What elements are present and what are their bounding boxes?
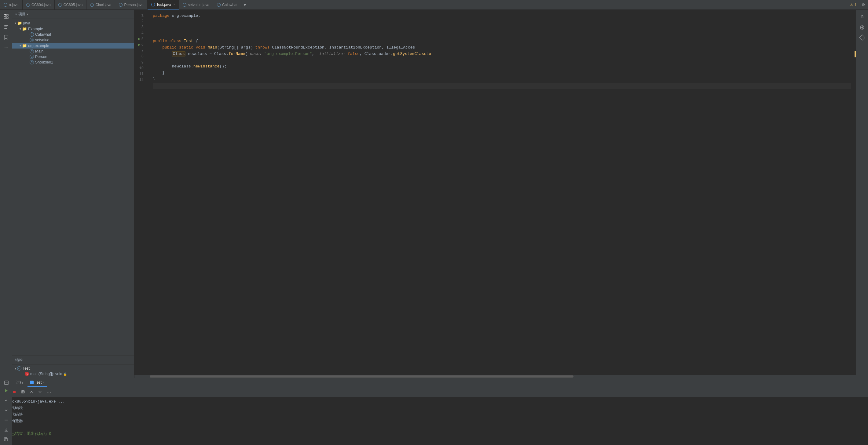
tab-o-java[interactable]: o.java xyxy=(0,0,23,9)
tab-cc604[interactable]: CC604.java xyxy=(23,0,55,9)
tab-calawhat[interactable]: Calawhat xyxy=(213,0,241,9)
console-path-text: E:\jdk8u65\bin\java.exe ... xyxy=(3,400,65,404)
run-btn-6[interactable]: ▶ xyxy=(138,42,141,48)
code-line-4 xyxy=(153,32,851,38)
bottom-tab-test-close[interactable]: × xyxy=(43,381,44,384)
console-line-4: 无参构造器 xyxy=(3,418,865,424)
line-num-7: 7 xyxy=(134,48,147,54)
tree-calawhat[interactable]: C Calawhat xyxy=(12,32,134,37)
tab-overflow-button[interactable]: ▾ xyxy=(241,2,248,7)
line-num-12: 12 xyxy=(134,77,147,83)
svg-rect-17 xyxy=(5,439,8,441)
tab-clacl[interactable]: Clacl.java xyxy=(87,0,115,9)
bottom-tab-test[interactable]: Test × xyxy=(28,378,47,387)
line-num-10: 10 xyxy=(134,66,147,71)
file-tree-panel: ▾ 项目 ▾ ▾ 📁 java ▾ 📁 Example xyxy=(12,10,134,378)
struct-test-class[interactable]: ▾ C Test xyxy=(12,366,134,371)
screenshot-button[interactable] xyxy=(20,388,26,395)
tab-label-cc605: CC605.java xyxy=(64,3,83,7)
struct-main-method[interactable]: m main(String[]): void 🔒 xyxy=(12,371,134,377)
org-example-folder-icon: 📁 xyxy=(22,43,27,48)
bottom-panel: 运行 Test × ⋯ xyxy=(0,378,868,445)
structure-tree: ▾ C Test m main(String[]): void 🔒 xyxy=(12,365,134,378)
line-num-5: ▶5 xyxy=(134,36,147,42)
more-options-button[interactable]: ⋯ xyxy=(45,388,52,395)
more-tools-button[interactable]: ··· xyxy=(2,43,10,52)
struct-access-badge: 🔒 xyxy=(63,372,67,376)
bottom-tab-run[interactable]: 运行 xyxy=(14,378,26,387)
console-output: E:\jdk8u65\bin\java.exe ... 静态代码块 构造代码块 … xyxy=(0,397,868,445)
tab-label-setvalue: setvalue.java xyxy=(188,3,209,7)
tab-menu-button[interactable]: ⋮ xyxy=(248,2,257,7)
console-line-2: 静态代码块 xyxy=(3,405,865,411)
tab-close-test[interactable]: × xyxy=(173,3,175,6)
example-label: Example xyxy=(28,27,43,31)
right-notifications-button[interactable]: n xyxy=(858,12,866,21)
scrollbar-thumb[interactable] xyxy=(150,375,574,378)
editor-settings-button[interactable]: ⚙ xyxy=(859,2,868,7)
tab-icon-test xyxy=(151,3,155,6)
tab-label-clacl: Clacl.java xyxy=(95,3,111,7)
struct-method-icon: m xyxy=(25,372,29,376)
project-panel-header: ▾ 项目 ▾ xyxy=(12,10,134,19)
code-line-9: newclass.newInstance(); xyxy=(153,64,851,70)
console-line-1: E:\jdk8u65\bin\java.exe ... xyxy=(3,399,865,405)
bookmark-button[interactable] xyxy=(2,33,10,41)
project-view-button[interactable] xyxy=(2,12,10,21)
tree-setvalue[interactable]: C setvalue xyxy=(12,37,134,43)
right-sidebar: n xyxy=(856,10,868,378)
tab-icon-clacl xyxy=(90,3,94,7)
code-editor[interactable]: package org.example; public class Test {… xyxy=(150,10,851,375)
tree-main[interactable]: C Main xyxy=(12,48,134,54)
project-chevron: ▾ xyxy=(15,12,17,16)
svg-rect-1 xyxy=(6,14,8,16)
struct-class-icon: C xyxy=(17,366,21,371)
editor-area: 1 2 3 4 ▶5 ▶6 7 8 9 10 11 12 xyxy=(134,10,856,378)
diamond-icon xyxy=(859,34,865,41)
tree-java[interactable]: ▾ 📁 java xyxy=(12,20,134,26)
tab-setvalue[interactable]: setvalue.java xyxy=(179,0,213,9)
tab-test[interactable]: Test.java × xyxy=(148,0,179,9)
line-num-9: 9 xyxy=(134,60,147,66)
line-num-6: ▶6 xyxy=(134,42,147,48)
bottom-left-sidebar xyxy=(0,385,12,445)
run-btn-5[interactable]: ▶ xyxy=(138,36,141,42)
tab-cc605[interactable]: CC605.java xyxy=(55,0,87,9)
tree-org-example[interactable]: ▾ 📁 org.example xyxy=(12,43,134,48)
right-git-button[interactable] xyxy=(858,23,866,32)
calawhat-label: Calawhat xyxy=(35,32,51,37)
scroll-down-button[interactable] xyxy=(37,388,43,395)
tree-shouxie01[interactable]: C Shouxie01 xyxy=(12,60,134,65)
tree-person[interactable]: C Person xyxy=(12,54,134,60)
tab-label-test: Test.java xyxy=(156,2,171,7)
project-header-arrow: ▾ xyxy=(27,12,28,16)
tab-icon-cc604 xyxy=(26,3,30,7)
horizontal-scrollbar[interactable] xyxy=(134,375,856,378)
tree-example[interactable]: ▾ 📁 Example xyxy=(12,26,134,32)
tab-bar: o.java CC604.java CC605.java Clacl.java … xyxy=(0,0,868,10)
line-num-8: 8 xyxy=(134,54,147,60)
svg-marker-12 xyxy=(5,389,8,392)
run-config-button[interactable] xyxy=(2,386,10,395)
svg-rect-0 xyxy=(4,14,6,16)
code-line-7: Class newclass = Class.forName( name: "o… xyxy=(153,51,851,57)
scroll-up-sidebar-button[interactable] xyxy=(2,396,10,405)
main-class-icon: C xyxy=(30,49,34,54)
scroll-up-button[interactable] xyxy=(28,388,35,395)
structure-view-button[interactable] xyxy=(2,23,10,31)
console-line-6: 进程已结束，退出代码为 0 xyxy=(3,431,865,437)
svg-rect-4 xyxy=(4,25,8,26)
tab-icon-setvalue xyxy=(183,3,186,7)
file-tree: ▾ 📁 java ▾ 📁 Example C Calawhat xyxy=(12,19,134,355)
line-num-3: 3 xyxy=(134,25,147,30)
svg-rect-8 xyxy=(5,381,8,384)
download-button[interactable] xyxy=(2,425,10,434)
copy-button[interactable] xyxy=(2,435,10,444)
list-button[interactable] xyxy=(2,416,10,424)
tab-person[interactable]: Person.java xyxy=(115,0,147,9)
scroll-down-sidebar-button[interactable] xyxy=(2,406,10,414)
bottom-tab-test-label: Test xyxy=(35,380,41,384)
bottom-tab-test-icon xyxy=(30,381,34,384)
line-num-11: 11 xyxy=(134,71,147,77)
code-line-12 xyxy=(153,83,851,89)
